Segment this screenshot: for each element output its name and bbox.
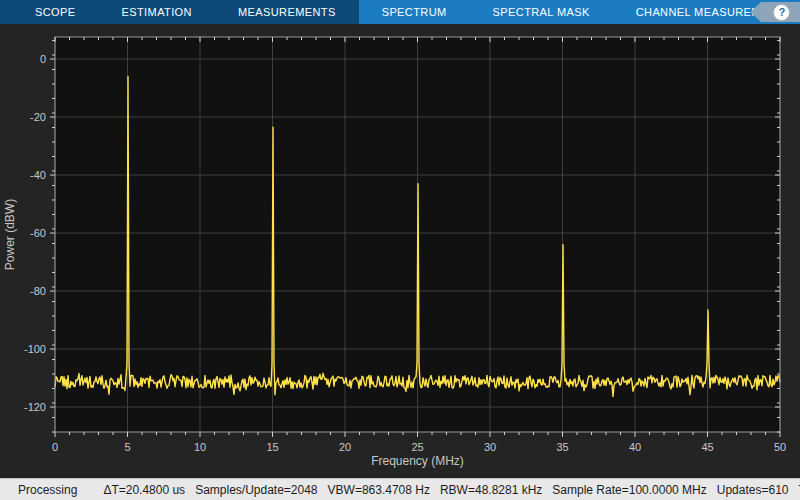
x-axis-label: Frequency (MHz) xyxy=(371,454,464,468)
help-icon[interactable]: ? xyxy=(773,4,790,21)
x-tick-label: 40 xyxy=(629,441,641,453)
status-item: RBW=48.8281 kHz xyxy=(440,483,542,497)
status-item: Sample Rate=100.0000 MHz xyxy=(552,483,706,497)
tab-spectral-mask[interactable]: SPECTRAL MASK xyxy=(470,0,613,24)
x-tick-label: 45 xyxy=(701,441,713,453)
x-tick-label: 50 xyxy=(774,441,786,453)
y-tick-label: -40 xyxy=(30,169,46,181)
spectrum-figure: 051015202530354045500-20-40-60-80-100-12… xyxy=(0,24,800,478)
y-tick-label: -80 xyxy=(30,285,46,297)
status-readouts: ΔT=20.4800 usSamples/Update=2048VBW=863.… xyxy=(103,483,800,497)
tab-scope[interactable]: SCOPE xyxy=(12,0,99,24)
status-item: ΔT=20.4800 us xyxy=(103,483,185,497)
tabgroup-left: SCOPEESTIMATIONMEASUREMENTS xyxy=(0,0,359,24)
x-tick-label: 35 xyxy=(556,441,568,453)
status-state: Processing xyxy=(18,483,77,497)
status-item: VBW=863.4708 Hz xyxy=(328,483,430,497)
y-tick-label: -60 xyxy=(30,227,46,239)
tab-measurements[interactable]: MEASUREMENTS xyxy=(215,0,359,24)
status-item: Updates=610 xyxy=(717,483,789,497)
y-tick-label: -120 xyxy=(24,401,46,413)
status-item: Samples/Update=2048 xyxy=(195,483,317,497)
x-tick-label: 30 xyxy=(484,441,496,453)
x-tick-label: 0 xyxy=(52,441,58,453)
status-bar: Processing ΔT=20.4800 usSamples/Update=2… xyxy=(0,478,800,500)
x-tick-label: 10 xyxy=(194,441,206,453)
x-tick-label: 20 xyxy=(339,441,351,453)
y-tick-label: -20 xyxy=(30,111,46,123)
x-tick-label: 25 xyxy=(411,441,423,453)
y-tick-label: 0 xyxy=(40,53,46,65)
x-tick-label: 5 xyxy=(124,441,130,453)
y-tick-label: -100 xyxy=(24,343,46,355)
toolstrip-tabbar: SCOPEESTIMATIONMEASUREMENTS SPECTRUMSPEC… xyxy=(0,0,800,24)
spectrum-plot: 051015202530354045500-20-40-60-80-100-12… xyxy=(0,24,800,478)
y-axis-label: Power (dBW) xyxy=(3,199,17,270)
tab-estimation[interactable]: ESTIMATION xyxy=(99,0,215,24)
tabgroup-main: SPECTRUMSPECTRAL MASKCHANNEL MEASUREMENT… xyxy=(359,0,800,24)
tab-spectrum[interactable]: SPECTRUM xyxy=(359,0,470,24)
x-tick-label: 15 xyxy=(266,441,278,453)
